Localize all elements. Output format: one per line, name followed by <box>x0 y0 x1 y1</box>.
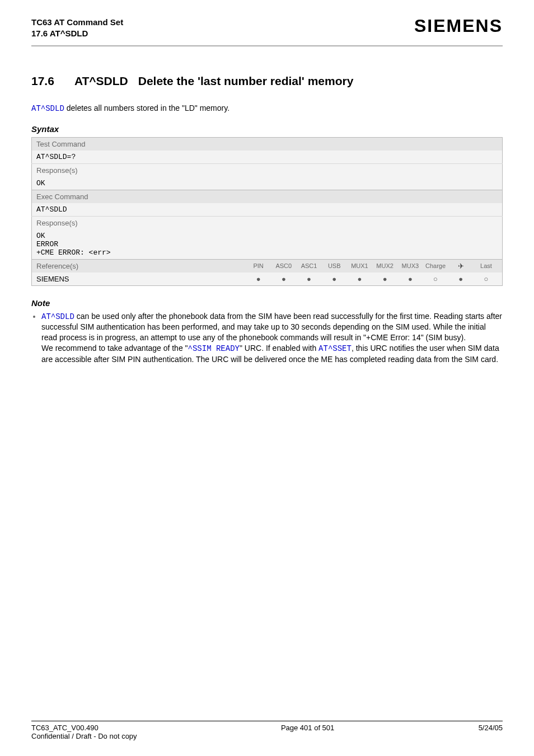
doc-subsection: 17.6 AT^SDLD <box>31 28 123 39</box>
dot-last <box>475 275 498 283</box>
col-last: Last <box>475 262 498 269</box>
dot-charge <box>424 275 447 283</box>
note-text-1: can be used only after the phonebook dat… <box>41 312 502 342</box>
siemens-logo: SIEMENS <box>414 16 503 36</box>
footer-date: 5/24/05 <box>479 724 503 740</box>
references-label: Reference(s) <box>32 259 243 273</box>
dot-usb <box>323 275 346 283</box>
col-pin: PIN <box>247 262 270 269</box>
header-left: TC63 AT Command Set 17.6 AT^SDLD <box>31 17 123 40</box>
col-mux2: MUX2 <box>373 262 396 269</box>
intro-text: deletes all numbers stored in the "LD" m… <box>64 104 229 112</box>
dot-asc1 <box>297 275 320 283</box>
dot-mux3 <box>399 275 421 283</box>
vendor-name: SIEMENS <box>32 273 243 286</box>
dot-mux1 <box>348 275 371 283</box>
ssim-ready-link[interactable]: ^SSIM READY <box>188 344 240 353</box>
exec-response-2: +CME ERROR: <err> <box>36 248 498 257</box>
col-asc0: ASC0 <box>272 262 295 269</box>
test-command-code: AT^SDLD=? <box>32 151 503 164</box>
page-footer: TC63_ATC_V00.490 Confidential / Draft - … <box>31 721 503 740</box>
note-item: AT^SDLD can be used only after the phone… <box>41 311 503 365</box>
exec-responses: OK ERROR +CME ERROR: <err> <box>32 229 503 260</box>
footer-page-number: Page 401 of 501 <box>137 724 479 740</box>
footer-confidential: Confidential / Draft - Do not copy <box>31 732 137 740</box>
col-charge: Charge <box>424 262 447 269</box>
note-list: AT^SDLD can be used only after the phone… <box>31 311 503 365</box>
at-sdld-note-link[interactable]: AT^SDLD <box>41 312 74 321</box>
responses-label-2: Response(s) <box>32 216 503 229</box>
responses-label-1: Response(s) <box>32 163 503 177</box>
footer-left: TC63_ATC_V00.490 Confidential / Draft - … <box>31 724 137 740</box>
col-mux3: MUX3 <box>399 262 421 269</box>
intro-paragraph: AT^SDLD deletes all numbers stored in th… <box>31 104 503 113</box>
section-command: AT^SDLD <box>74 74 128 88</box>
note-text-2b: " URC. If enabled with <box>240 344 318 353</box>
section-number: 17.6 <box>31 74 54 88</box>
syntax-table: Test Command AT^SDLD=? Response(s) OK Ex… <box>31 137 503 286</box>
doc-title: TC63 AT Command Set <box>31 17 123 28</box>
exec-response-1: ERROR <box>36 240 498 248</box>
dot-asc0 <box>272 275 295 283</box>
note-label: Note <box>31 298 503 308</box>
at-sdld-link[interactable]: AT^SDLD <box>31 104 64 113</box>
test-response-code: OK <box>32 177 503 190</box>
col-asc1: ASC1 <box>297 262 320 269</box>
col-airplane-icon: ✈ <box>449 262 472 270</box>
page-header: TC63 AT Command Set 17.6 AT^SDLD SIEMENS <box>31 17 503 46</box>
exec-command-code: AT^SDLD <box>32 203 503 217</box>
exec-command-label: Exec Command <box>32 190 503 203</box>
exec-response-0: OK <box>36 232 498 240</box>
dot-pin <box>247 275 270 283</box>
availability-header: PIN ASC0 ASC1 USB MUX1 MUX2 MUX3 Charge … <box>242 259 503 273</box>
syntax-label: Syntax <box>31 124 503 134</box>
section-title-text: Delete the 'last number redial' memory <box>138 74 354 87</box>
col-usb: USB <box>323 262 346 269</box>
test-command-label: Test Command <box>32 137 503 151</box>
dot-airplane <box>449 275 472 283</box>
note-text-2a: We recommend to take advantage of the " <box>41 344 188 353</box>
availability-dots <box>242 273 503 286</box>
dot-mux2 <box>373 275 396 283</box>
col-mux1: MUX1 <box>348 262 371 269</box>
at-sset-link[interactable]: AT^SSET <box>318 344 352 353</box>
footer-version: TC63_ATC_V00.490 <box>31 724 137 732</box>
section-heading: 17.6AT^SDLDDelete the 'last number redia… <box>31 74 503 88</box>
